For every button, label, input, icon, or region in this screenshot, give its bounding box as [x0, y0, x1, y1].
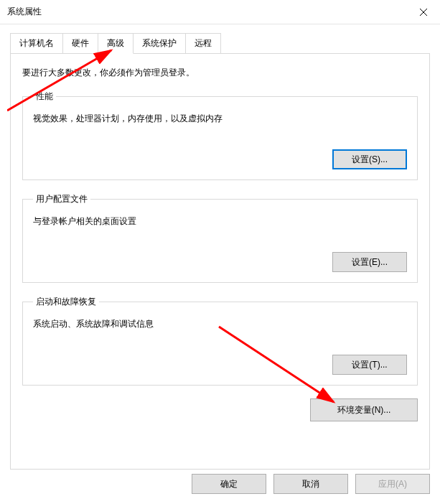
tab-system-protection[interactable]: 系统保护: [133, 33, 186, 53]
dialog-footer: 确定 取消 应用(A): [192, 474, 430, 494]
tab-hardware[interactable]: 硬件: [62, 33, 98, 53]
performance-desc: 视觉效果，处理器计划，内存使用，以及虚拟内存: [33, 113, 407, 125]
tab-advanced[interactable]: 高级: [98, 33, 134, 54]
groupbox-performance-legend: 性能: [33, 90, 56, 103]
tab-bar: 计算机名 硬件 高级 系统保护 远程: [10, 33, 430, 53]
groupbox-performance: 性能 视觉效果，处理器计划，内存使用，以及虚拟内存 设置(S)...: [22, 90, 418, 180]
close-button[interactable]: [407, 0, 440, 24]
tab-label: 高级: [107, 38, 124, 48]
groupbox-startup-recovery-legend: 启动和故障恢复: [33, 296, 99, 308]
window-title: 系统属性: [7, 6, 42, 18]
groupbox-startup-recovery: 启动和故障恢复 系统启动、系统故障和调试信息 设置(T)...: [22, 296, 418, 386]
tab-computer-name[interactable]: 计算机名: [10, 33, 63, 53]
groupbox-user-profiles-legend: 用户配置文件: [33, 193, 90, 205]
environment-variables-button[interactable]: 环境变量(N)...: [310, 398, 418, 421]
tab-content-advanced: 要进行大多数更改，你必须作为管理员登录。 性能 视觉效果，处理器计划，内存使用，…: [10, 53, 430, 470]
user-profiles-settings-button[interactable]: 设置(E)...: [332, 252, 407, 272]
user-profiles-desc: 与登录帐户相关的桌面设置: [33, 215, 407, 228]
admin-note: 要进行大多数更改，你必须作为管理员登录。: [22, 67, 418, 79]
groupbox-user-profiles: 用户配置文件 与登录帐户相关的桌面设置 设置(E)...: [22, 193, 418, 283]
tab-label: 硬件: [72, 38, 89, 48]
tab-label: 远程: [195, 38, 212, 48]
cancel-button[interactable]: 取消: [273, 474, 348, 494]
startup-recovery-desc: 系统启动、系统故障和调试信息: [33, 318, 407, 330]
titlebar: 系统属性: [0, 0, 440, 24]
performance-settings-button[interactable]: 设置(S)...: [332, 149, 407, 169]
tab-remote[interactable]: 远程: [185, 33, 221, 53]
tab-label: 系统保护: [142, 38, 177, 48]
close-icon: [420, 9, 427, 16]
ok-button[interactable]: 确定: [192, 474, 266, 494]
tab-label: 计算机名: [19, 38, 54, 48]
env-row: 环境变量(N)...: [22, 398, 418, 421]
apply-button: 应用(A): [355, 474, 430, 494]
startup-recovery-settings-button[interactable]: 设置(T)...: [332, 355, 407, 375]
